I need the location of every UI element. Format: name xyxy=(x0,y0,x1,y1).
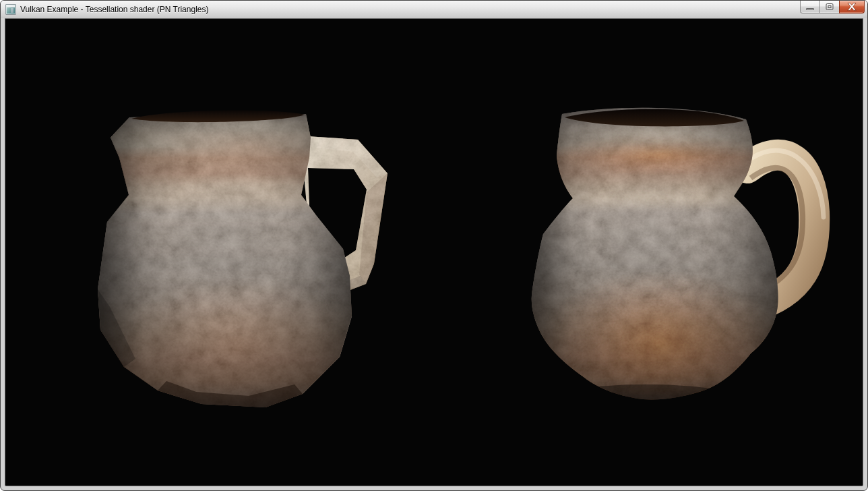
window-controls xyxy=(801,1,865,13)
jug-right-tessellated xyxy=(522,104,835,411)
app-window: Vulkan Example - Tessellation shader (PN… xyxy=(0,0,868,491)
close-icon xyxy=(847,3,857,11)
app-icon xyxy=(5,4,16,15)
window-title: Vulkan Example - Tessellation shader (PN… xyxy=(20,5,208,14)
render-viewport[interactable] xyxy=(5,18,863,486)
close-button[interactable] xyxy=(839,1,865,13)
minimize-button[interactable] xyxy=(800,1,820,13)
maximize-button[interactable] xyxy=(819,1,840,13)
maximize-icon xyxy=(826,3,834,10)
minimize-icon xyxy=(806,8,814,10)
jug-left-body xyxy=(94,105,400,409)
jug-left-flat-shaded xyxy=(94,105,400,409)
title-bar[interactable]: Vulkan Example - Tessellation shader (PN… xyxy=(1,1,867,18)
